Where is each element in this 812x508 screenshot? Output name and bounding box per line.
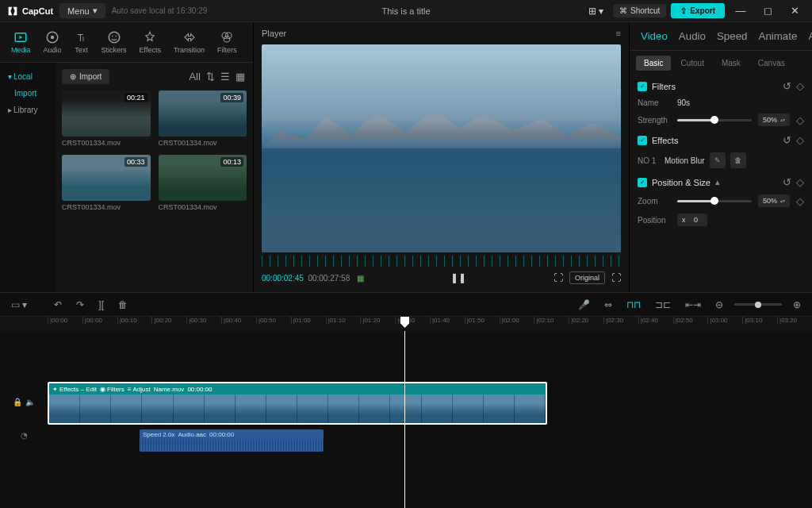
keyframe-icon[interactable]: ◇ xyxy=(796,195,804,207)
video-track-label[interactable]: 🔒🔈 xyxy=(0,382,48,421)
keyframe-icon[interactable]: ◇ xyxy=(796,134,804,146)
mic-icon[interactable]: 🎤 xyxy=(575,298,593,312)
subtab-canvas[interactable]: Canvas xyxy=(750,56,793,71)
close-button[interactable]: ✕ xyxy=(783,3,806,19)
layout-icon[interactable]: ⊞ ▾ xyxy=(584,2,608,20)
keyboard-icon: ⌘ xyxy=(619,6,627,15)
nav-library[interactable]: ▸Library xyxy=(0,101,56,119)
filters-checkbox[interactable]: ✓ xyxy=(638,82,647,91)
align-icon[interactable]: ⇤⇥ xyxy=(682,298,704,312)
view-grid-icon[interactable]: ▦ xyxy=(234,69,247,84)
tab-stickers[interactable]: Stickers xyxy=(97,27,132,57)
mute-icon[interactable]: 🔈 xyxy=(25,398,35,406)
split-button[interactable]: ][ xyxy=(95,298,107,312)
lock-icon[interactable]: 🔒 xyxy=(13,398,22,406)
zoom-in-icon[interactable]: ⊕ xyxy=(790,298,804,312)
prop-tab-adjust[interactable]: Adjust xyxy=(803,27,812,45)
prop-tab-video[interactable]: Video xyxy=(636,27,672,45)
menu-button[interactable]: Menu ▾ xyxy=(59,3,105,18)
timeline-zoom-slider[interactable] xyxy=(734,303,782,306)
tab-audio[interactable]: Audio xyxy=(39,27,67,57)
prop-tab-animate[interactable]: Animate xyxy=(754,27,802,45)
original-button[interactable]: Original xyxy=(569,271,605,284)
export-button[interactable]: ⇧ Export xyxy=(671,3,725,18)
link-icon[interactable]: ⇔ xyxy=(601,298,615,312)
media-item[interactable]: 00:39 CRST001334.mov xyxy=(159,90,247,147)
video-clip[interactable]: ✦ Effects – Edit ◉ Filters ≡ Adjust Name… xyxy=(48,382,547,425)
prop-tab-speed[interactable]: Speed xyxy=(712,27,753,45)
tab-effects[interactable]: Effects xyxy=(135,27,166,57)
stickers-icon xyxy=(107,30,121,44)
play-pause-button[interactable]: ❚❚ xyxy=(450,272,466,283)
zoom-slider[interactable] xyxy=(677,200,752,202)
zoom-value[interactable]: 50%▴▾ xyxy=(758,194,790,207)
crop-icon[interactable]: ⛶ xyxy=(553,272,563,283)
fullscreen-icon[interactable]: ⛶ xyxy=(611,272,621,283)
filters-icon xyxy=(220,30,234,44)
delete-icon[interactable]: 🗑 xyxy=(730,152,746,168)
total-time: 00:00:27:58 xyxy=(306,274,350,283)
player-scrubber[interactable] xyxy=(262,256,621,267)
preview-image xyxy=(262,102,621,148)
tab-transition[interactable]: Transition xyxy=(169,27,209,57)
grid-icon[interactable]: ▦ xyxy=(357,274,364,283)
nav-import[interactable]: Import xyxy=(0,86,56,101)
reset-icon[interactable]: ↺ xyxy=(783,134,791,146)
nav-local[interactable]: ▾Local xyxy=(0,67,56,86)
subtab-basic[interactable]: Basic xyxy=(636,56,671,71)
edit-icon[interactable]: ✎ xyxy=(710,152,726,168)
player-menu-icon[interactable]: ≡ xyxy=(616,29,621,38)
pos-label: Position xyxy=(638,216,671,225)
tab-text[interactable]: TIText xyxy=(70,27,94,57)
tab-filters[interactable]: Filters xyxy=(213,27,242,57)
audio-track-label[interactable]: ◔ xyxy=(0,421,48,448)
magnet-icon[interactable]: ⊐⊏ xyxy=(652,298,674,312)
shortcut-button[interactable]: ⌘ Shortcut xyxy=(613,4,666,17)
strength-slider[interactable] xyxy=(677,119,752,121)
prop-tab-audio[interactable]: Audio xyxy=(674,27,710,45)
keyframe-icon[interactable]: ◇ xyxy=(796,176,804,188)
keyframe-icon[interactable]: ◇ xyxy=(796,114,804,126)
tab-media[interactable]: Media xyxy=(6,27,36,57)
media-filename: CRST001334.mov xyxy=(159,139,247,147)
sort-icon[interactable]: ⇅ xyxy=(205,69,216,84)
minimize-button[interactable]: — xyxy=(730,3,752,19)
svg-point-10 xyxy=(224,37,231,43)
collapse-icon[interactable]: ▴ xyxy=(715,177,720,187)
playhead[interactable] xyxy=(404,331,405,508)
strength-label: Strength xyxy=(638,116,671,125)
selection-tool[interactable]: ▭ ▾ xyxy=(8,298,30,312)
import-button[interactable]: ⊕Import xyxy=(62,69,109,84)
clip-tag-filters: ◉ Filters xyxy=(100,386,124,393)
player-viewport[interactable] xyxy=(262,44,621,252)
media-item[interactable]: 00:13 CRST001334.mov xyxy=(159,155,247,211)
ruler-mark: |01:40 xyxy=(430,317,465,324)
undo-button[interactable]: ↶ xyxy=(51,298,65,312)
redo-button[interactable]: ↷ xyxy=(73,298,87,312)
maximize-button[interactable]: ◻ xyxy=(756,3,779,19)
keyframe-icon[interactable]: ◇ xyxy=(796,80,804,92)
tool-tabs: Media Audio TIText Stickers Effects Tran… xyxy=(0,22,253,63)
effects-checkbox[interactable]: ✓ xyxy=(638,136,647,145)
project-title[interactable]: This is a title xyxy=(381,6,430,16)
app-name: CapCut xyxy=(22,6,53,16)
subtab-mask[interactable]: Mask xyxy=(714,56,749,71)
current-time: 00:00:02:45 xyxy=(262,274,304,283)
media-item[interactable]: 00:21 CRST001334.mov xyxy=(62,90,151,147)
filter-all[interactable]: All xyxy=(187,69,202,84)
svg-point-2 xyxy=(51,36,55,40)
strength-value[interactable]: 50%▴▾ xyxy=(758,114,790,126)
pos-x[interactable]: x 0 xyxy=(677,214,707,226)
audio-clip[interactable]: Speed 2.0x Audio.aac 00:00:00 xyxy=(140,429,324,452)
reset-icon[interactable]: ↺ xyxy=(783,176,791,188)
media-item[interactable]: 00:33 CRST001334.mov xyxy=(62,155,151,211)
delete-button[interactable]: 🗑 xyxy=(115,298,131,312)
snap-icon[interactable]: ⊓⊓ xyxy=(623,298,644,312)
zoom-out-icon[interactable]: ⊖ xyxy=(712,298,726,312)
position-checkbox[interactable]: ✓ xyxy=(638,178,647,187)
subtab-cutout[interactable]: Cutout xyxy=(672,56,711,71)
position-title: Position & Size xyxy=(652,178,710,187)
reset-icon[interactable]: ↺ xyxy=(783,80,791,92)
view-list-icon[interactable]: ☰ xyxy=(219,69,232,84)
ruler-mark: |02:00 xyxy=(500,317,534,324)
